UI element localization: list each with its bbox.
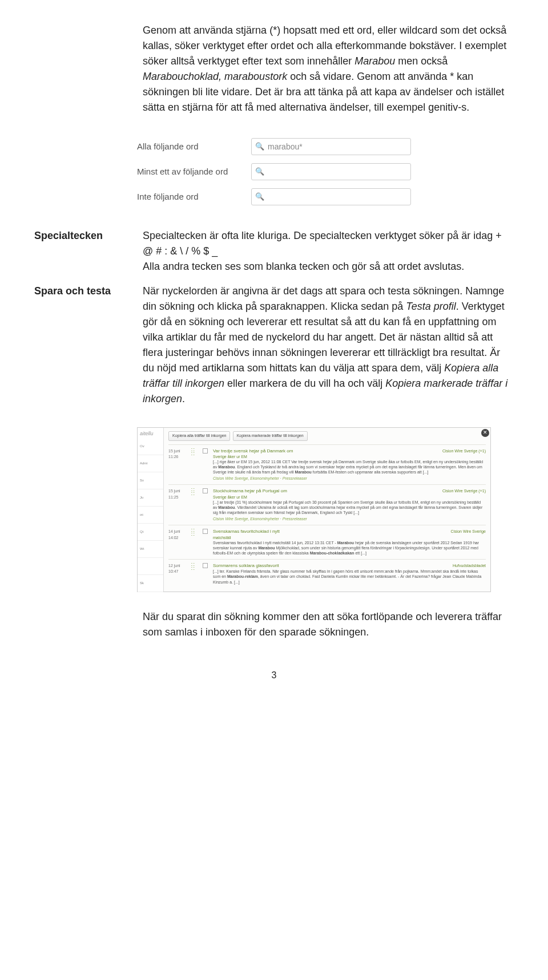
magnifier-icon: 🔍	[255, 191, 264, 203]
article-meta: Cision Wire Sverige, Ekonominyheter · Pr…	[213, 476, 486, 481]
search-value-all: marabou*	[268, 141, 303, 153]
search-input-all[interactable]: 🔍 marabou*	[251, 138, 411, 155]
sidebar-item[interactable]	[138, 558, 163, 575]
search-input-not[interactable]: 🔍	[251, 188, 411, 205]
article-subtitle: Sverige åker ur EM	[213, 455, 247, 459]
sidebar-item[interactable]: Wt	[138, 541, 163, 558]
sidebar-item[interactable]: Ov	[138, 438, 163, 455]
article-title[interactable]: Sommarens solklara glassfavorit	[213, 563, 279, 568]
article-title[interactable]: Stockholmarna hejar på Portugal om	[213, 488, 287, 493]
drag-icon: ∷∷	[191, 448, 199, 481]
article-source: Cision Wire Sverige (+1)	[442, 448, 486, 459]
sidebar-item[interactable]: Sv	[138, 472, 163, 489]
article-checkbox[interactable]	[203, 529, 209, 556]
sidebar-item[interactable]: Sk	[138, 575, 163, 592]
search-label-any: Minst ett av följande ord	[137, 165, 251, 179]
magnifier-icon: 🔍	[255, 141, 264, 152]
article-row[interactable]: 12 juni10:47∷∷Sommarens solklara glassfa…	[168, 559, 486, 588]
closing-paragraph: När du sparat din sökning kommer den att…	[143, 609, 514, 640]
sidebar-item[interactable]: Ju	[138, 489, 163, 507]
article-source: Hufvudstadsbladet	[453, 563, 486, 569]
article-meta: Cision Wire Sverige, Ekonominyheter · Pr…	[213, 516, 486, 521]
article-row[interactable]: 15 juni11:26∷∷Var tredje svensk hejar på…	[168, 444, 486, 485]
article-date: 12 juni10:47	[168, 563, 188, 585]
results-screenshot: ✕ aitellu OvAdmiSvJuocQtWtSk Kopiera all…	[137, 427, 491, 592]
article-title[interactable]: Var tredje svensk hejar på Danmark om	[213, 448, 293, 453]
specialtecken-paragraph: Specialtecken är ofta lite kluriga. De s…	[143, 228, 514, 274]
drag-icon: ∷∷	[191, 488, 199, 521]
sidebar-item[interactable]: Admi	[138, 455, 163, 472]
screenshot-sidebar: aitellu OvAdmiSvJuocQtWtSk	[138, 428, 164, 592]
close-icon[interactable]: ✕	[481, 429, 489, 437]
copy-all-button[interactable]: Kopiera alla träffar till inkorgen	[168, 431, 230, 441]
article-excerpt: [...] rige åker ur EM 15 jun, 2012 11:08…	[213, 459, 486, 475]
article-excerpt: [...] ter. Kanske Finlands främsta. När …	[213, 569, 486, 584]
brand-logo: aitellu	[138, 430, 163, 438]
search-input-any[interactable]: 🔍	[251, 163, 411, 180]
search-form-illustration: Alla följande ord 🔍 marabou* Minst ett a…	[34, 138, 514, 205]
article-title[interactable]: Svenskarnas favoritchoklad i nytt	[213, 529, 280, 534]
copy-marked-button[interactable]: Kopiera markerade träffar till inkorgen	[233, 431, 308, 441]
article-source: Cision Wire Sverige (+1)	[442, 488, 486, 499]
article-subtitle: Sverige åker ur EM	[213, 495, 247, 499]
article-date: 14 juni14:02	[168, 529, 188, 556]
article-subtitle: matchställ	[213, 536, 231, 540]
section-label-spara: Spara och testa	[34, 284, 126, 416]
magnifier-icon: 🔍	[255, 166, 264, 177]
section-label-specialtecken: Specialtecken	[34, 228, 126, 284]
article-checkbox[interactable]	[203, 563, 209, 585]
intro-paragraph: Genom att använda stjärna (*) hopsatt me…	[143, 23, 514, 115]
drag-icon: ∷∷	[191, 529, 199, 556]
drag-icon: ∷∷	[191, 563, 199, 585]
spara-paragraph: När nyckelorden är angivna är det dags a…	[143, 284, 514, 407]
article-source: Cision Wire Sverige	[451, 529, 486, 540]
sidebar-item[interactable]: Qt	[138, 524, 163, 541]
sidebar-item[interactable]: oc	[138, 507, 163, 524]
search-label-all: Alla följande ord	[137, 140, 251, 153]
article-date: 15 juni11:25	[168, 488, 188, 521]
search-label-not: Inte följande ord	[137, 191, 251, 204]
article-checkbox[interactable]	[203, 488, 209, 521]
article-row[interactable]: 15 juni11:25∷∷Stockholmarna hejar på Por…	[168, 484, 486, 525]
article-date: 15 juni11:26	[168, 448, 188, 481]
page-number: 3	[34, 669, 514, 682]
article-excerpt: Svenskarnas favoritchoklad i nytt matchs…	[213, 540, 486, 556]
article-checkbox[interactable]	[203, 448, 209, 481]
article-excerpt: [...] ar tredje (31 %) stockholmare heja…	[213, 500, 486, 515]
article-row[interactable]: 14 juni14:02∷∷Svenskarnas favoritchoklad…	[168, 525, 486, 559]
